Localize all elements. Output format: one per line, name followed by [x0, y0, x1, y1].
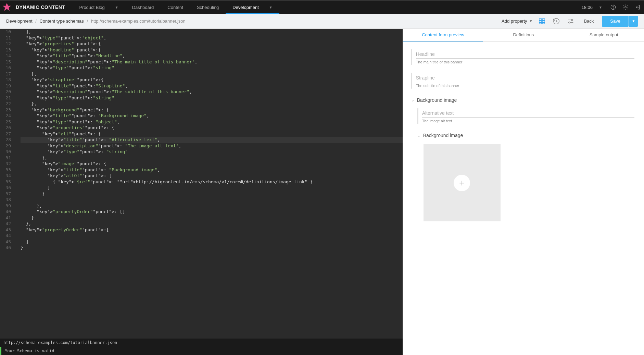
- plus-icon: ＋: [454, 175, 470, 191]
- tab-definitions[interactable]: Definitions: [483, 29, 564, 41]
- nav-dashboard[interactable]: Dashboard: [125, 1, 161, 14]
- headline-hint: The main title of this banner: [416, 60, 634, 64]
- code-content[interactable]: ], "key">"type""punct">:"object", "key">…: [15, 29, 403, 339]
- svg-point-2: [613, 8, 614, 9]
- svg-marker-0: [3, 3, 11, 11]
- nav-scheduling[interactable]: Scheduling: [190, 1, 226, 14]
- action-bar: Development / Content type schemas / htt…: [0, 14, 644, 29]
- history-icon[interactable]: [552, 16, 561, 26]
- svg-point-11: [569, 22, 570, 23]
- headline-input[interactable]: [416, 50, 634, 59]
- field-headline: The main title of this banner: [411, 50, 634, 64]
- tab-sample-output[interactable]: Sample output: [564, 29, 644, 41]
- save-dropdown-button[interactable]: ▼: [629, 16, 638, 27]
- main-split: 1011121314151617181920212223242526272829…: [0, 29, 644, 355]
- preview-column: Content form preview Definitions Sample …: [403, 29, 644, 355]
- add-property-button[interactable]: Add property ▼: [502, 19, 532, 24]
- section-background-image[interactable]: ⌄ Background image: [411, 97, 634, 103]
- svg-rect-7: [542, 21, 545, 23]
- svg-rect-4: [539, 19, 542, 20]
- nav-development[interactable]: Development ▼: [226, 1, 279, 14]
- chevron-down-icon: ⌄: [411, 98, 414, 102]
- chevron-down-icon: ▼: [115, 5, 118, 9]
- svg-rect-5: [542, 19, 545, 20]
- editor-path: http://schema-examples.com/tutorialbanne…: [0, 339, 403, 347]
- help-icon[interactable]: [607, 0, 619, 14]
- editor-status: Your Schema is valid: [0, 347, 403, 355]
- nav-content[interactable]: Content: [161, 1, 190, 14]
- tab-content-form-preview[interactable]: Content form preview: [403, 29, 483, 41]
- svg-rect-9: [542, 23, 545, 24]
- strapline-hint: The subtitle of this banner: [416, 84, 634, 88]
- logout-icon[interactable]: [632, 0, 644, 14]
- gear-icon[interactable]: [619, 0, 632, 14]
- layout-icon[interactable]: [537, 16, 547, 26]
- brand-title: DYNAMIC CONTENT: [14, 1, 72, 14]
- preview-body: The main title of this banner The subtit…: [403, 42, 644, 355]
- chevron-down-icon: ▼: [529, 19, 533, 23]
- code-editor[interactable]: 1011121314151617181920212223242526272829…: [0, 29, 403, 339]
- breadcrumb: Development / Content type schemas / htt…: [6, 19, 186, 24]
- preview-tabs: Content form preview Definitions Sample …: [403, 29, 644, 42]
- alt-text-input[interactable]: [422, 109, 634, 118]
- svg-point-10: [571, 19, 573, 21]
- svg-rect-6: [539, 21, 542, 23]
- image-dropzone[interactable]: ＋: [424, 144, 501, 221]
- back-button[interactable]: Back: [580, 19, 597, 24]
- field-alt-text: The image alt text: [417, 109, 634, 123]
- crumb-schemas[interactable]: Content type schemas: [39, 19, 84, 24]
- svg-rect-8: [539, 23, 542, 24]
- settings-sliders-icon[interactable]: [566, 16, 576, 26]
- chevron-down-icon: ▼: [599, 5, 602, 9]
- alt-text-hint: The image alt text: [422, 119, 634, 123]
- save-button[interactable]: Save: [602, 16, 629, 27]
- editor-column: 1011121314151617181920212223242526272829…: [0, 29, 403, 355]
- section-background-image-inner[interactable]: ⌄ Background image: [417, 133, 634, 138]
- clock: 18:06 ▼: [577, 5, 607, 10]
- crumb-url: http://schema-examples.com/tutorialbanne…: [91, 19, 186, 24]
- svg-point-3: [625, 7, 627, 8]
- field-strapline: The subtitle of this banner: [411, 74, 634, 88]
- chevron-down-icon: ▼: [269, 5, 273, 9]
- crumb-development[interactable]: Development: [6, 19, 33, 24]
- top-nav: DYNAMIC CONTENT Product Blog ▼ Dashboard…: [0, 0, 644, 14]
- chevron-down-icon: ⌄: [417, 133, 420, 138]
- brand-logo[interactable]: [0, 0, 14, 14]
- nav-product-blog[interactable]: Product Blog ▼: [72, 1, 125, 14]
- line-gutter: 1011121314151617181920212223242526272829…: [0, 29, 15, 339]
- strapline-input[interactable]: [416, 74, 634, 82]
